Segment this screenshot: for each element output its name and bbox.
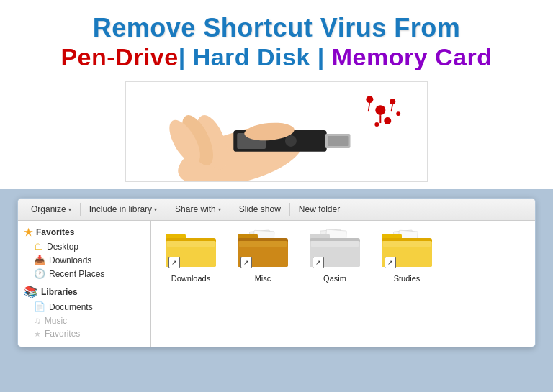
folder-tile-misc[interactable]: ↗ Misc	[234, 228, 292, 283]
explorer-body: ★ Favorites 🗀 Desktop 📥 Downloads 🕐 Rece…	[18, 221, 535, 347]
folder-tile-downloads[interactable]: ↗ Downloads	[162, 228, 220, 283]
downloads-folder-icon: 📥	[34, 255, 45, 265]
favorites-star-icon: ★	[24, 227, 33, 238]
qasim-shortcut-arrow: ↗	[313, 257, 324, 268]
recent-folder-icon: 🕐	[34, 268, 45, 279]
svg-rect-23	[167, 241, 215, 247]
svg-point-15	[374, 122, 379, 127]
share-with-button[interactable]: Share with ▾	[169, 202, 227, 216]
favorites-section: ★ Favorites 🗀 Desktop 📥 Downloads 🕐 Rece…	[18, 225, 150, 281]
misc-folder-label: Misc	[255, 274, 271, 283]
organize-chevron: ▾	[68, 206, 71, 213]
include-label: Include in library	[89, 204, 152, 214]
sidebar-item-recent[interactable]: 🕐 Recent Places	[18, 267, 150, 281]
folder-tile-studies[interactable]: ↗ Studies	[378, 228, 436, 283]
misc-folder-icon-lg: ↗	[238, 228, 288, 270]
include-chevron: ▾	[154, 206, 157, 213]
desktop-folder-icon: 🗀	[34, 241, 43, 252]
libraries-folder-icon: 📚	[24, 285, 38, 298]
organize-button[interactable]: Organize ▾	[25, 202, 77, 216]
sidebar-item-downloads[interactable]: 📥 Downloads	[18, 253, 150, 267]
toolbar-sep1	[80, 203, 81, 216]
studies-folder-label: Studies	[394, 274, 421, 283]
separator2: |	[318, 43, 325, 70]
desktop-label: Desktop	[47, 242, 78, 252]
pen-drive-text: Pen-Drive	[60, 43, 178, 70]
hard-disk-text: Hard Disk	[186, 43, 318, 70]
svg-point-9	[285, 135, 297, 147]
music-folder-icon: ♫	[34, 315, 41, 326]
libraries-header[interactable]: 📚 Libraries	[18, 283, 150, 300]
separator1: |	[179, 43, 186, 70]
sidebar-item-desktop[interactable]: 🗀 Desktop	[18, 240, 150, 253]
sidebar-item-documents[interactable]: 📄 Documents	[18, 300, 150, 314]
header-section: Remove Shortcut Virus From Pen-Drive| Ha…	[0, 0, 553, 81]
libraries-section: 📚 Libraries 📄 Documents ♫ Music ★ Favori…	[18, 283, 150, 340]
new-folder-label: New folder	[299, 204, 340, 214]
libraries-label: Libraries	[41, 287, 78, 297]
svg-point-12	[384, 117, 391, 124]
explorer-sidebar: ★ Favorites 🗀 Desktop 📥 Downloads 🕐 Rece…	[18, 221, 151, 347]
toolbar-sep2	[166, 203, 166, 216]
toolbar-sep4	[289, 203, 290, 216]
sidebar-item-favorites2[interactable]: ★ Favorites	[18, 327, 150, 340]
usb-image	[125, 81, 428, 182]
svg-point-10	[375, 105, 385, 115]
svg-rect-29	[239, 241, 287, 247]
favorites2-label: Favorites	[45, 329, 80, 339]
toolbar-sep3	[230, 203, 230, 216]
downloads-shortcut-arrow: ↗	[168, 257, 180, 268]
new-folder-button[interactable]: New folder	[293, 202, 346, 216]
share-chevron: ▾	[218, 206, 221, 213]
memory-card-text: Memory Card	[325, 43, 493, 70]
studies-folder-icon-lg: ↗	[382, 228, 432, 270]
explorer-toolbar: Organize ▾ Include in library ▾ Share wi…	[18, 199, 535, 221]
share-label: Share with	[175, 204, 216, 214]
downloads-label: Downloads	[49, 255, 91, 265]
qasim-folder-label: Qasim	[323, 274, 346, 283]
file-explorer: Organize ▾ Include in library ▾ Share wi…	[17, 198, 536, 347]
svg-rect-7	[328, 136, 349, 146]
favorites-header[interactable]: ★ Favorites	[18, 225, 150, 240]
svg-point-14	[366, 96, 373, 103]
svg-rect-41	[383, 241, 431, 247]
organize-label: Organize	[31, 204, 66, 214]
title-line2: Pen-Drive| Hard Disk | Memory Card	[14, 43, 539, 71]
downloads-folder-label: Downloads	[171, 274, 210, 283]
slideshow-button[interactable]: Slide show	[233, 202, 287, 216]
svg-point-11	[390, 99, 395, 104]
favorites2-icon: ★	[34, 329, 41, 339]
documents-label: Documents	[49, 302, 93, 312]
sidebar-item-music[interactable]: ♫ Music	[18, 314, 150, 327]
folder-tile-qasim[interactable]: ↗ Qasim	[306, 228, 364, 283]
title-line1: Remove Shortcut Virus From	[14, 13, 539, 43]
recent-label: Recent Places	[49, 269, 104, 279]
favorites-label: Favorites	[36, 227, 74, 237]
studies-shortcut-arrow: ↗	[385, 257, 396, 268]
explorer-main-content: ↗ Downloads	[151, 221, 535, 347]
svg-point-13	[396, 111, 400, 116]
downloads-folder-icon-lg: ↗	[166, 228, 216, 270]
usb-image-section	[0, 81, 553, 189]
svg-rect-35	[311, 241, 359, 247]
music-label: Music	[45, 316, 67, 326]
documents-folder-icon: 📄	[34, 301, 45, 312]
include-library-button[interactable]: Include in library ▾	[84, 202, 163, 216]
slideshow-label: Slide show	[239, 204, 281, 214]
misc-shortcut-arrow: ↗	[240, 257, 252, 268]
qasim-folder-icon-lg: ↗	[310, 228, 360, 270]
